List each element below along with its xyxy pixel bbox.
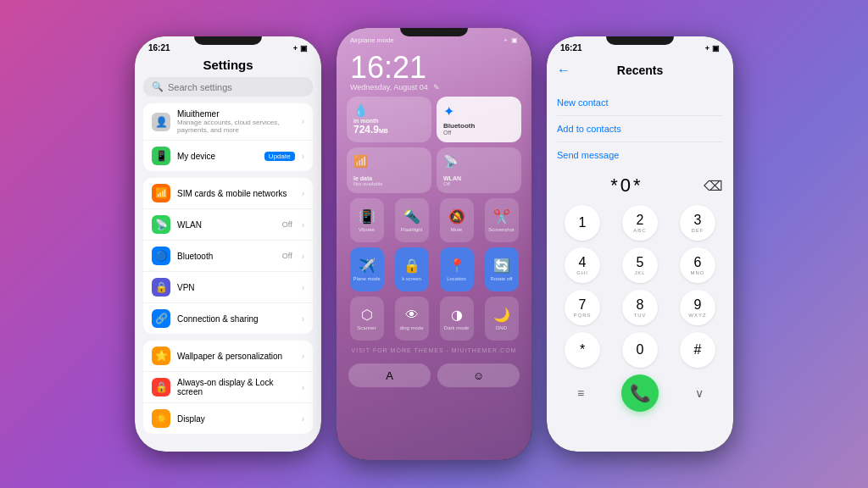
settings-section-personalization: ⭐ Wallpaper & personalization › 🔒 Always… — [143, 341, 313, 434]
cc-ding-btn[interactable]: 👁 ding mode — [395, 297, 429, 341]
dial-key-4[interactable]: 4 GHI — [565, 247, 600, 283]
signal-icon-recents: + — [705, 44, 709, 53]
dial-key-star[interactable]: * — [565, 332, 600, 368]
settings-item-display[interactable]: ☀️ Display › — [143, 403, 313, 434]
cc-mute-btn[interactable]: 🔕 Mute — [440, 198, 474, 242]
phone-control-center: Airplane mode + ▣ 16:21 Wednesday, Augus… — [337, 28, 531, 460]
edit-icon[interactable]: ✎ — [433, 83, 440, 92]
darkmode-icon: ◑ — [451, 307, 463, 323]
cc-tile-data[interactable]: 💧 in month 724.9MB — [347, 97, 431, 142]
status-icons-recents: + ▣ — [705, 44, 720, 53]
miuithemer-icon: 👤 — [152, 113, 170, 131]
control-center-screen: Airplane mode + ▣ 16:21 Wednesday, Augus… — [337, 28, 531, 460]
dial-key-3[interactable]: 3 DEF — [680, 205, 715, 241]
settings-item-lockscreen[interactable]: 🔒 Always-on display & Lock screen › — [143, 372, 313, 403]
cc-tile-mobile[interactable]: 📶 le data Not available — [347, 147, 431, 193]
dial-key-hash[interactable]: # — [680, 332, 715, 368]
cc-scanner-btn[interactable]: ⬡ Scanner — [350, 297, 384, 341]
cc-screenshot-btn[interactable]: ✂️ Screenshot — [485, 198, 519, 242]
cc-date: Wednesday, August 04 ✎ — [350, 83, 518, 92]
settings-list: 👤 Miuithemer Manage accounts, cloud serv… — [135, 103, 321, 452]
wlan-icon: 📡 — [152, 215, 170, 234]
dnd-icon: 🌙 — [493, 307, 510, 323]
cc-darkmode-btn[interactable]: ◑ Dark mode — [440, 297, 474, 341]
recents-title-row: ← Recents — [557, 63, 723, 78]
time-recents: 16:21 — [560, 43, 582, 53]
settings-screen: 16:21 + ▣ Settings 🔍 👤 Miuithemer Manage… — [135, 36, 321, 452]
sim-icon: 📶 — [152, 184, 170, 202]
settings-item-miuithemer[interactable]: 👤 Miuithemer Manage accounts, cloud serv… — [143, 103, 313, 141]
display-title: Display — [177, 414, 295, 424]
cc-input-emoji[interactable]: ☺ — [437, 363, 520, 387]
vpn-icon: 🔒 — [152, 278, 170, 297]
airplane-label: Plane mode — [353, 276, 380, 281]
search-icon: 🔍 — [152, 81, 164, 92]
settings-item-vpn[interactable]: 🔒 VPN › — [143, 272, 313, 303]
dialer-chevron[interactable]: ∨ — [684, 378, 715, 408]
cc-bottom-icon-row: ⬡ Scanner 👁 ding mode ◑ Dark mode 🌙 DND — [347, 297, 521, 341]
screenshot-label: Screenshot — [488, 227, 514, 232]
connection-sharing-icon: 🔗 — [152, 309, 170, 328]
settings-item-sim[interactable]: 📶 SIM cards & mobile networks › — [143, 178, 313, 209]
phone-recents: 16:21 + ▣ ← Recents New contact Add to c… — [547, 36, 733, 452]
cc-bottom-tiles: 📶 le data Not available 📡 WLAN Off — [347, 147, 521, 193]
settings-section-account: 👤 Miuithemer Manage accounts, cloud serv… — [143, 103, 313, 171]
settings-item-wallpaper[interactable]: ⭐ Wallpaper & personalization › — [143, 341, 313, 372]
cc-flashlight-btn[interactable]: 🔦 Flashlight — [395, 198, 429, 242]
status-icons-settings: + ▣ — [293, 44, 308, 53]
call-button[interactable]: 📞 — [621, 374, 659, 412]
dial-key-2[interactable]: 2 ABC — [622, 205, 658, 241]
dial-key-9[interactable]: 9 WXYZ — [680, 290, 715, 325]
wallpaper-icon: ⭐ — [152, 347, 170, 365]
dial-pad: 1 2 ABC 3 DEF 4 GHI 5 JKL — [557, 205, 723, 368]
action-add-contacts[interactable]: Add to contacts — [557, 116, 723, 142]
ding-label: ding mode — [399, 325, 423, 330]
wlan-value: Off — [282, 220, 292, 229]
cc-rotate-btn[interactable]: 🔄 Rotate off — [485, 247, 519, 291]
settings-item-wlan[interactable]: 📡 WLAN Off › — [143, 209, 313, 241]
cc-input-a[interactable]: A — [348, 363, 431, 387]
dial-key-1[interactable]: 1 — [565, 205, 600, 241]
dialer-menu-icon[interactable]: ≡ — [565, 378, 596, 408]
scanner-label: Scanner — [357, 325, 376, 330]
cc-dnd-btn[interactable]: 🌙 DND — [485, 297, 519, 341]
dnd-label: DND — [496, 325, 507, 330]
settings-item-mydevice[interactable]: 📱 My device Update › — [143, 141, 313, 171]
mobile-sub: Not available — [353, 181, 383, 186]
bt-label: Bluetooth — [443, 122, 475, 130]
mobile-icon: 📶 — [353, 154, 368, 168]
dial-key-5[interactable]: 5 JKL — [622, 247, 658, 283]
dial-key-7[interactable]: 7 PQRS — [565, 290, 600, 325]
dial-key-8[interactable]: 8 TUV — [622, 290, 658, 325]
search-bar[interactable]: 🔍 — [143, 77, 313, 97]
cc-battery-bar: ▣ — [511, 36, 518, 44]
cc-vibrate-btn[interactable]: 📳 Vibrate — [350, 198, 384, 242]
mydevice-title: My device — [177, 152, 258, 161]
wlan-title: WLAN — [177, 220, 275, 230]
backspace-button[interactable]: ⌫ — [704, 178, 723, 194]
dial-key-0[interactable]: 0 — [622, 332, 658, 368]
phone-settings: 16:21 + ▣ Settings 🔍 👤 Miuithemer Manage… — [135, 36, 321, 452]
cc-airplane-label: Airplane mode — [350, 36, 394, 44]
scanner-icon: ⬡ — [361, 307, 373, 323]
cc-tile-bluetooth[interactable]: ✦ Bluetooth Off — [437, 97, 521, 142]
dialer-bottom: ≡ 📞 ∨ — [557, 374, 723, 412]
lockscreen-cc-label: k screen — [402, 276, 421, 281]
mydevice-icon: 📱 — [152, 147, 170, 165]
action-new-contact[interactable]: New contact — [557, 90, 723, 116]
settings-item-bluetooth[interactable]: 🔵 Bluetooth Off › — [143, 241, 313, 272]
miuithemer-title: Miuithemer — [177, 109, 295, 119]
dial-key-6[interactable]: 6 MNO — [680, 247, 715, 283]
action-send-message[interactable]: Send message — [557, 142, 723, 168]
back-button[interactable]: ← — [557, 63, 570, 78]
cc-location-btn[interactable]: 📍 Location — [440, 247, 474, 291]
darkmode-label: Dark mode — [444, 325, 469, 330]
lockscreen-title: Always-on display & Lock screen — [177, 378, 295, 396]
cc-airplane-btn[interactable]: ✈️ Plane mode — [350, 247, 384, 291]
cc-tile-wlan[interactable]: 📡 WLAN Off — [437, 147, 521, 193]
search-input[interactable] — [168, 82, 304, 92]
settings-item-connection-sharing[interactable]: 🔗 Connection & sharing › — [143, 303, 313, 334]
cc-lockscreen-btn[interactable]: 🔒 k screen — [395, 247, 429, 291]
connection-sharing-title: Connection & sharing — [177, 314, 295, 324]
recents-title: Recents — [577, 64, 703, 77]
